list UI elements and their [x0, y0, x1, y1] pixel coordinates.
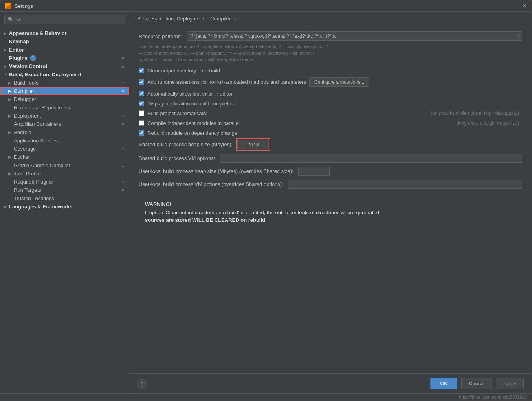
rebuild-on-change-label: Rebuild module on dependency change	[147, 130, 237, 136]
chevron-right-icon: ▶	[8, 155, 14, 159]
window-title: Settings	[15, 3, 33, 9]
app-icon	[5, 3, 11, 9]
sidebar-item-required-plugins[interactable]: Required Plugins ≡	[0, 178, 129, 186]
settings-icon: ≡	[120, 89, 126, 94]
sidebar-item-label: Build Tools	[14, 80, 39, 86]
clear-output-checkbox[interactable]	[139, 68, 144, 73]
vm-options-row: Shared build process VM options:	[139, 154, 522, 163]
sidebar-item-java-profiler[interactable]: ▶ Java Profiler	[0, 169, 129, 178]
cancel-button[interactable]: Cancel	[461, 378, 492, 389]
sidebar-item-appearance[interactable]: ▶ Appearance & Behavior	[0, 29, 129, 37]
bottom-left: ?	[137, 379, 147, 389]
chevron-right-icon: ▶	[4, 64, 9, 68]
compile-parallel-checkbox[interactable]	[139, 120, 144, 126]
heap-size-label: Shared build process heap size (Mbytes):	[139, 142, 233, 147]
chevron-right-icon: ▶	[8, 114, 14, 118]
configure-annotations-button[interactable]: Configure annotations...	[309, 77, 369, 87]
sidebar-item-build-execution[interactable]: ▼ Build, Execution, Deployment	[0, 70, 129, 79]
sidebar-item-trusted-locations[interactable]: Trusted Locations	[0, 194, 129, 202]
sidebar-item-label: Trusted Locations	[14, 195, 54, 201]
vm-options-input[interactable]	[220, 154, 522, 163]
chevron-down-icon: ▼	[4, 72, 9, 77]
title-bar: Settings ✕	[0, 0, 532, 12]
sidebar-item-label: Version Control	[9, 63, 47, 69]
build-auto-note: (only works while not running / debuggin…	[431, 110, 522, 116]
display-notification-label: Display notification on build completion	[147, 101, 235, 107]
chevron-right-icon: ▶	[4, 204, 9, 209]
sidebar-item-label: Build, Execution, Deployment	[9, 72, 81, 77]
sidebar-item-remote-jar[interactable]: Remote Jar Repositories ≡	[0, 103, 129, 112]
breadcrumb: Build, Execution, Deployment › Compiler …	[129, 12, 532, 25]
vm-options-label: Shared build process VM options:	[139, 155, 215, 161]
warning-title: WARNING!	[145, 201, 516, 207]
chevron-right-icon: ▶	[8, 97, 14, 101]
settings-icon: ≡	[120, 163, 126, 168]
search-input[interactable]	[16, 17, 121, 22]
ok-button[interactable]: OK	[430, 378, 457, 389]
build-auto-row: Build project automatically (only works …	[139, 110, 522, 116]
sidebar-item-label: Editor	[9, 47, 24, 53]
help-button[interactable]: ?	[137, 379, 147, 389]
sidebar-item-label: Arquillian Containers	[14, 121, 61, 127]
settings-icon: ≡	[120, 114, 126, 118]
chevron-right-icon: ▶	[8, 171, 14, 176]
warning-box: WARNING! If option 'Clear output directo…	[139, 197, 522, 229]
chevron-right-icon: ▶	[4, 48, 9, 52]
sidebar-item-coverage[interactable]: Coverage ≡	[0, 145, 129, 153]
display-notification-checkbox[interactable]	[139, 101, 144, 106]
sidebar-item-version-control[interactable]: ▶ Version Control ≡	[0, 62, 129, 70]
chevron-right-icon: ▶	[8, 81, 14, 85]
user-heap-input[interactable]	[298, 167, 330, 176]
rebuild-on-change-checkbox[interactable]	[139, 130, 144, 136]
hint-line2: — zero or more symbols; / — path separat…	[139, 51, 314, 55]
sidebar-item-arquillian[interactable]: Arquillian Containers ≡	[0, 120, 129, 128]
sidebar-item-app-servers[interactable]: Application Servers	[0, 136, 129, 145]
chevron-right-icon: ▶	[4, 31, 9, 35]
build-auto-label: Build project automatically	[147, 110, 207, 116]
user-vm-input[interactable]	[288, 180, 522, 189]
sidebar-item-languages[interactable]: ▶ Languages & Frameworks	[0, 202, 129, 211]
chevron-right-icon: ▶	[8, 130, 14, 134]
heap-size-input[interactable]	[237, 140, 269, 149]
sidebar-item-plugins[interactable]: Plugins 1 ≡	[0, 54, 129, 62]
settings-icon: ≡	[120, 64, 126, 69]
settings-panel: Resource patterns: ⤢ Use ; to separate p…	[129, 25, 532, 373]
sidebar-item-gradle-android[interactable]: Gradle-Android Compiler ≡	[0, 161, 129, 169]
search-box[interactable]: 🔍	[4, 15, 125, 24]
breadcrumb-parent: Build, Execution, Deployment	[137, 16, 204, 22]
add-runtime-checkbox[interactable]	[139, 79, 144, 85]
sidebar-item-label: Deployment	[14, 113, 41, 119]
show-first-error-checkbox[interactable]	[139, 91, 144, 96]
sidebar-item-android[interactable]: ▶ Android	[0, 128, 129, 136]
resource-input-wrapper: ⤢	[187, 31, 522, 41]
expand-icon[interactable]: ⤢	[517, 33, 521, 37]
compile-parallel-row: Compile independent modules in parallel …	[139, 120, 522, 126]
heap-input-wrapper	[237, 140, 269, 149]
sidebar-item-label: Compiler	[14, 88, 34, 94]
sidebar-item-deployment[interactable]: ▶ Deployment ≡	[0, 112, 129, 120]
sidebar-item-editor[interactable]: ▶ Editor	[0, 46, 129, 54]
compile-parallel-label: Compile independent modules in parallel	[147, 120, 240, 126]
sidebar-item-label: Docker	[14, 154, 30, 160]
sidebar-tree: ▶ Appearance & Behavior Keymap ▶ Editor …	[0, 28, 129, 393]
chevron-right-icon: ▶	[8, 89, 14, 93]
sidebar-item-docker[interactable]: ▶ Docker	[0, 153, 129, 161]
heap-size-row: Shared build process heap size (Mbytes):	[139, 140, 522, 149]
sidebar-item-debugger[interactable]: ▶ Debugger	[0, 95, 129, 103]
user-vm-row: User-local build process VM options (ove…	[139, 180, 522, 189]
sidebar-item-label: Gradle-Android Compiler	[14, 162, 70, 168]
sidebar-item-run-targets[interactable]: Run Targets ≡	[0, 186, 129, 194]
add-runtime-row: Add runtime assertions for notnull-annot…	[139, 77, 522, 87]
compile-parallel-note: (may require larger heap size)	[456, 120, 522, 126]
sidebar-item-compiler[interactable]: ▶ Compiler ≡	[0, 87, 129, 95]
apply-button[interactable]: Apply	[496, 378, 524, 389]
rebuild-on-change-row: Rebuild module on dependency change	[139, 130, 522, 136]
resource-patterns-input[interactable]	[187, 31, 522, 41]
sidebar-item-keymap[interactable]: Keymap	[0, 37, 129, 46]
hint-line3: <pattern> — restrict to source roots wit…	[139, 57, 253, 62]
close-button[interactable]: ✕	[522, 3, 527, 9]
build-auto-checkbox[interactable]	[139, 110, 144, 116]
sidebar-item-build-tools[interactable]: ▶ Build Tools ≡	[0, 79, 129, 87]
settings-icon: ≡	[120, 105, 126, 110]
show-first-error-label: Automatically show first error in editor	[147, 91, 233, 97]
